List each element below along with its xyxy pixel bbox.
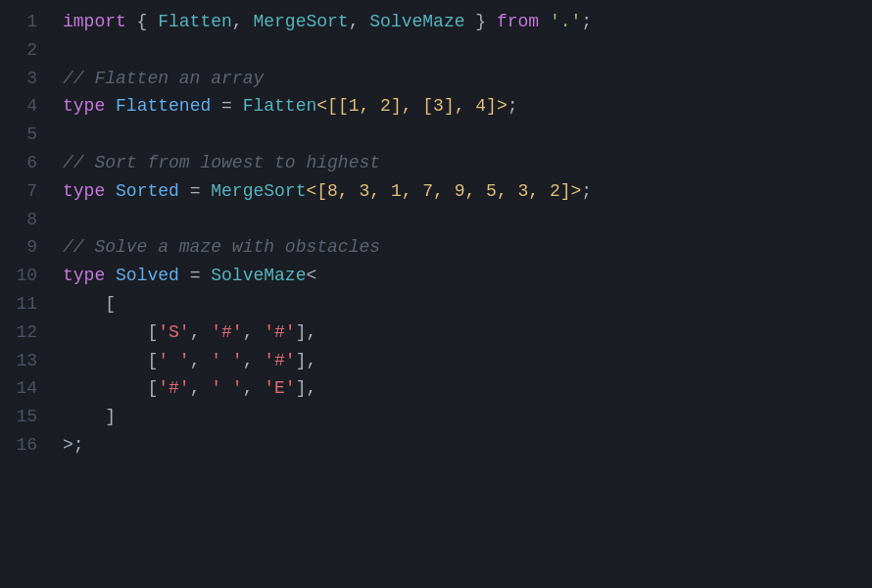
token: ' ' bbox=[211, 378, 242, 398]
line-number: 7 bbox=[10, 177, 37, 206]
token: , bbox=[190, 351, 212, 370]
code-line: // Sort from lowest to highest bbox=[63, 149, 856, 177]
token: // Flatten an array bbox=[63, 69, 264, 88]
token: } bbox=[465, 12, 497, 31]
code-line: >; bbox=[63, 431, 856, 460]
token bbox=[105, 96, 116, 116]
token: [ bbox=[63, 351, 158, 370]
code-line bbox=[63, 121, 856, 149]
token: ], bbox=[296, 378, 317, 398]
token: ], bbox=[296, 322, 317, 342]
token: 'S' bbox=[158, 322, 189, 342]
code-line bbox=[63, 36, 856, 65]
token: ' ' bbox=[211, 351, 242, 370]
token: MergeSort bbox=[211, 181, 306, 201]
token: ; bbox=[508, 96, 518, 116]
line-numbers: 12345678910111213141516 bbox=[0, 8, 47, 580]
token: <[[1, 2], [3], 4]> bbox=[316, 96, 507, 116]
code-line: // Solve a maze with obstacles bbox=[63, 233, 856, 262]
token: = bbox=[211, 96, 242, 116]
line-number: 5 bbox=[10, 121, 37, 149]
token: [ bbox=[63, 322, 158, 342]
code-line: import { Flatten, MergeSort, SolveMaze }… bbox=[63, 8, 856, 36]
code-line: type Flattened = Flatten<[[1, 2], [3], 4… bbox=[63, 92, 856, 121]
line-number: 16 bbox=[10, 431, 37, 460]
line-number: 4 bbox=[10, 92, 37, 121]
token: , bbox=[190, 378, 212, 398]
token: , bbox=[243, 322, 265, 342]
token: Flatten bbox=[243, 96, 317, 116]
token: [ bbox=[63, 294, 116, 314]
token: , bbox=[243, 378, 265, 398]
token: '#' bbox=[264, 322, 295, 342]
code-line: ] bbox=[63, 403, 856, 431]
token: { bbox=[126, 12, 158, 31]
token bbox=[105, 266, 116, 285]
line-number: 8 bbox=[10, 206, 37, 234]
code-editor: 12345678910111213141516 import { Flatten… bbox=[0, 0, 872, 588]
token: , bbox=[243, 351, 265, 370]
line-number: 14 bbox=[10, 374, 37, 403]
token: ; bbox=[581, 181, 592, 201]
token: = bbox=[179, 266, 211, 285]
token: Sorted bbox=[116, 181, 179, 201]
code-line: [' ', ' ', '#'], bbox=[63, 347, 856, 375]
line-number: 2 bbox=[10, 36, 37, 65]
token bbox=[105, 181, 116, 201]
token: '#' bbox=[211, 322, 242, 342]
line-number: 15 bbox=[10, 403, 37, 431]
token: '.' bbox=[550, 12, 581, 31]
token: type bbox=[63, 181, 105, 201]
token: <[8, 3, 1, 7, 9, 5, 3, 2]> bbox=[306, 181, 581, 201]
token: type bbox=[63, 266, 105, 285]
token: // Sort from lowest to highest bbox=[63, 153, 380, 172]
code-line: type Sorted = MergeSort<[8, 3, 1, 7, 9, … bbox=[63, 177, 856, 206]
code-line: ['S', '#', '#'], bbox=[63, 318, 856, 347]
token: ] bbox=[63, 407, 116, 426]
code-line: ['#', ' ', 'E'], bbox=[63, 374, 856, 403]
token: '#' bbox=[158, 378, 189, 398]
token: SolveMaze bbox=[211, 266, 306, 285]
line-number: 13 bbox=[10, 347, 37, 375]
token: type bbox=[63, 96, 105, 116]
line-number: 1 bbox=[10, 8, 37, 36]
token: ; bbox=[581, 12, 592, 31]
line-number: 6 bbox=[10, 149, 37, 177]
line-number: 10 bbox=[10, 262, 37, 290]
line-number: 11 bbox=[10, 290, 37, 318]
token: Flattened bbox=[116, 96, 211, 116]
code-line: type Solved = SolveMaze< bbox=[63, 262, 856, 290]
token: , bbox=[232, 12, 254, 31]
code-line: // Flatten an array bbox=[63, 65, 856, 93]
line-number: 12 bbox=[10, 318, 37, 347]
token: , bbox=[190, 322, 212, 342]
token: , bbox=[349, 12, 370, 31]
line-number: 9 bbox=[10, 233, 37, 262]
token bbox=[539, 12, 550, 31]
token: MergeSort bbox=[253, 12, 348, 31]
token: [ bbox=[63, 378, 158, 398]
line-number: 3 bbox=[10, 65, 37, 93]
token: >; bbox=[63, 435, 84, 455]
token: ' ' bbox=[158, 351, 189, 370]
token: from bbox=[497, 12, 539, 31]
token: SolveMaze bbox=[369, 12, 464, 31]
token: Solved bbox=[116, 266, 179, 285]
token: '#' bbox=[264, 351, 295, 370]
token: 'E' bbox=[264, 378, 295, 398]
token: < bbox=[306, 266, 316, 285]
token: // Solve a maze with obstacles bbox=[63, 237, 380, 257]
token: = bbox=[179, 181, 211, 201]
code-content: import { Flatten, MergeSort, SolveMaze }… bbox=[47, 8, 872, 580]
token: import bbox=[63, 12, 126, 31]
code-line: [ bbox=[63, 290, 856, 318]
token: ], bbox=[296, 351, 317, 370]
token: Flatten bbox=[158, 12, 232, 31]
code-line bbox=[63, 206, 856, 234]
